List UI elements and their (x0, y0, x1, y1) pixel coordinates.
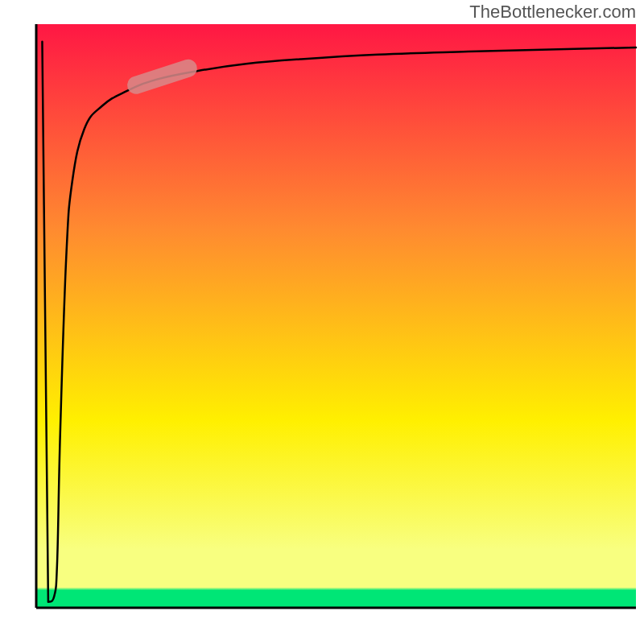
plot-background (36, 24, 636, 608)
bottleneck-chart: TheBottlenecker.com (0, 0, 644, 644)
chart-svg (0, 0, 644, 644)
attribution-label: TheBottlenecker.com (469, 2, 636, 23)
